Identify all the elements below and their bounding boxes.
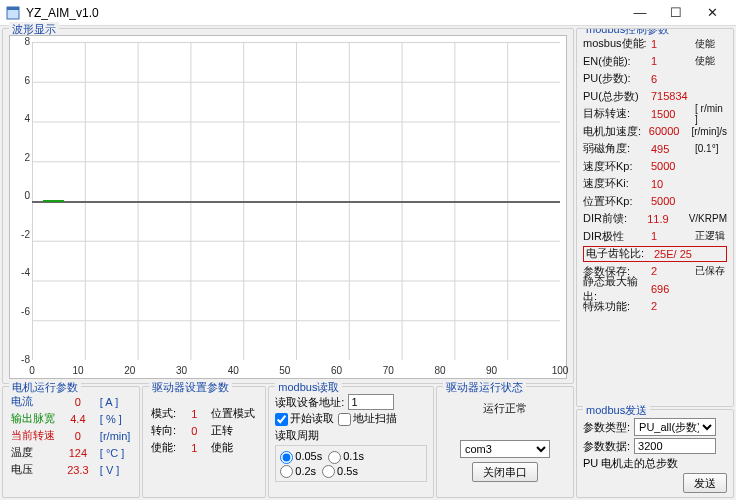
param-label: 转向:	[149, 422, 179, 439]
ctrl-val: 1	[651, 38, 695, 50]
param-label: 模式:	[149, 405, 179, 422]
chart-trace	[43, 200, 64, 202]
ctrl-row[interactable]: DIR极性1正逻辑	[583, 228, 727, 246]
status-text: 运行正常	[483, 401, 527, 416]
driver-status-title: 驱动器运行状态	[443, 380, 526, 395]
param-unit: [ % ]	[98, 410, 133, 427]
ctrl-row[interactable]: 速度环Kp:5000	[583, 158, 727, 176]
ctrl-unit: V/KRPM	[689, 213, 727, 224]
port-select[interactable]: com3	[460, 440, 550, 458]
addr-scan-checkbox[interactable]: 地址扫描	[338, 411, 397, 426]
ctrl-row[interactable]: DIR前馈:11.9V/KRPM	[583, 210, 727, 228]
param-label: 使能:	[149, 439, 179, 456]
ctrl-row[interactable]: 电子齿轮比:25E/ 25	[583, 245, 727, 263]
param-label: 电流	[9, 393, 58, 410]
ctrl-row[interactable]: 电机加速度:60000[r/min]/s	[583, 123, 727, 141]
motor-run-title: 电机运行参数	[9, 380, 81, 395]
ctrl-val: 696	[651, 283, 695, 295]
ctrl-key: 电子齿轮比:	[586, 246, 654, 261]
send-hint: PU 电机走的总步数	[583, 456, 678, 471]
ctrl-unit: 使能	[695, 54, 727, 68]
period-label: 读取周期	[275, 428, 427, 443]
ctrl-val: 10	[651, 178, 695, 190]
ctrl-row[interactable]: 静态最大输出:696	[583, 280, 727, 298]
period-05[interactable]: 0.5s	[322, 465, 358, 479]
param-value: 1	[179, 405, 209, 422]
param-label: 输出脉宽	[9, 410, 58, 427]
ctrl-key: 位置环Kp:	[583, 194, 651, 209]
ctrl-row[interactable]: mosbus使能:1使能	[583, 35, 727, 53]
param-row: 输出脉宽4.4[ % ]	[9, 410, 133, 427]
modbus-ctrl-group: modbus控制参数 mosbus使能:1使能EN(使能):1使能PU(步数):…	[576, 28, 734, 407]
param-value: 1	[179, 439, 209, 456]
ctrl-row[interactable]: 目标转速:1500[ r/min ]	[583, 105, 727, 123]
ctrl-row[interactable]: 位置环Kp:5000	[583, 193, 727, 211]
ctrl-row[interactable]: 特殊功能:2	[583, 298, 727, 316]
param-value: 4.4	[58, 410, 98, 427]
ctrl-val: 715834	[651, 90, 695, 102]
driver-set-title: 驱动器设置参数	[149, 380, 232, 395]
param-row: 模式:1位置模式	[149, 405, 259, 422]
ctrl-val: 2	[651, 265, 695, 277]
param-value: 0	[58, 427, 98, 444]
ctrl-key: PU(总步数)	[583, 89, 651, 104]
ctrl-val: 6	[651, 73, 695, 85]
ctrl-val: 2	[651, 300, 695, 312]
ctrl-unit: [0.1°]	[695, 143, 727, 154]
titlebar: YZ_AIM_v1.0 — ☐ ✕	[0, 0, 736, 26]
ctrl-val: 60000	[649, 125, 692, 137]
app-icon	[6, 6, 20, 20]
param-label: 当前转速	[9, 427, 58, 444]
modbus-read-group: modbus读取 读取设备地址: 开始读取 地址扫描 读取周期 0.05s 0.…	[268, 386, 434, 498]
send-type-label: 参数类型:	[583, 420, 630, 435]
motor-run-group: 电机运行参数 电流0[ A ]输出脉宽4.4[ % ]当前转速0[r/min]温…	[2, 386, 140, 498]
ctrl-row[interactable]: PU(步数):6	[583, 70, 727, 88]
close-button[interactable]: ✕	[694, 1, 730, 25]
send-type-select[interactable]: PU_all(步数)	[634, 418, 716, 436]
param-unit: [ V ]	[98, 461, 133, 478]
param-row: 电压23.3[ V ]	[9, 461, 133, 478]
param-label: 电压	[9, 461, 58, 478]
read-addr-label: 读取设备地址:	[275, 395, 344, 410]
modbus-ctrl-title: modbus控制参数	[583, 28, 672, 37]
param-desc: 位置模式	[209, 405, 259, 422]
modbus-send-group: modbus发送 参数类型: PU_all(步数) 参数数据: PU 电机走的总…	[576, 409, 734, 498]
param-desc: 使能	[209, 439, 259, 456]
minimize-button[interactable]: —	[622, 1, 658, 25]
ctrl-val: 1	[651, 55, 695, 67]
param-unit: [ A ]	[98, 393, 133, 410]
maximize-button[interactable]: ☐	[658, 1, 694, 25]
ctrl-val: 495	[651, 143, 695, 155]
send-button[interactable]: 发送	[683, 473, 727, 493]
waveform-chart[interactable]: 86420-2-4-6-8 0102030405060708090100	[9, 35, 567, 379]
param-row: 当前转速0[r/min]	[9, 427, 133, 444]
ctrl-key: 电机加速度:	[583, 124, 649, 139]
ctrl-val: 1	[651, 230, 695, 242]
ctrl-row[interactable]: 弱磁角度:495[0.1°]	[583, 140, 727, 158]
ctrl-val: 25E/ 25	[654, 248, 698, 260]
ctrl-unit: [r/min]/s	[691, 126, 727, 137]
ctrl-row[interactable]: EN(使能):1使能	[583, 53, 727, 71]
ctrl-val: 11.9	[647, 213, 689, 225]
ctrl-key: mosbus使能:	[583, 36, 651, 51]
param-row: 使能:1使能	[149, 439, 259, 456]
ctrl-row[interactable]: 速度环Ki:10	[583, 175, 727, 193]
driver-status-group: 驱动器运行状态 运行正常 com3 关闭串口	[436, 386, 574, 498]
start-read-checkbox[interactable]: 开始读取	[275, 411, 334, 426]
modbus-send-title: modbus发送	[583, 403, 650, 418]
ctrl-val: 1500	[651, 108, 695, 120]
param-value: 0	[179, 422, 209, 439]
close-port-button[interactable]: 关闭串口	[472, 462, 538, 482]
param-row: 电流0[ A ]	[9, 393, 133, 410]
param-unit: [ °C ]	[98, 444, 133, 461]
ctrl-unit: [ r/min ]	[695, 103, 727, 125]
read-addr-input[interactable]	[348, 394, 394, 410]
period-02[interactable]: 0.2s	[280, 465, 316, 479]
window-title: YZ_AIM_v1.0	[26, 6, 622, 20]
period-005[interactable]: 0.05s	[280, 450, 322, 464]
ctrl-key: 速度环Kp:	[583, 159, 651, 174]
period-box: 0.05s 0.1s 0.2s 0.5s	[275, 445, 427, 482]
send-data-input[interactable]	[634, 438, 716, 454]
period-01[interactable]: 0.1s	[328, 450, 364, 464]
param-value: 124	[58, 444, 98, 461]
